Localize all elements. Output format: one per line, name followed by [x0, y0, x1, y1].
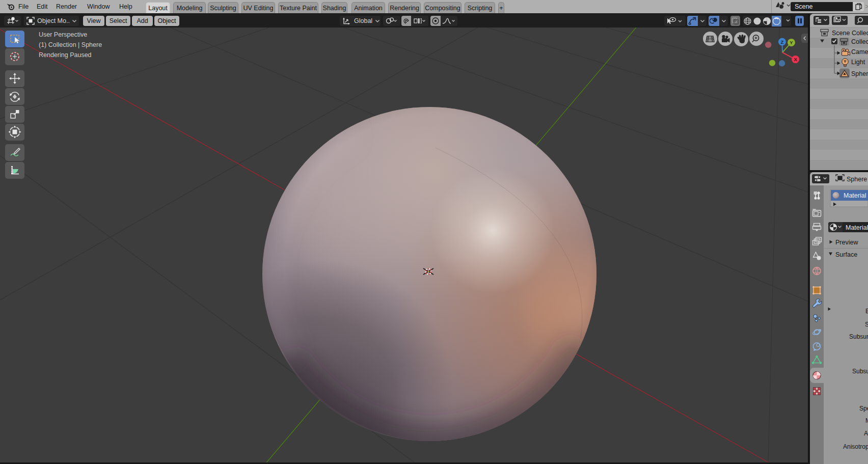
svg-text:Sphere: Sphere: [847, 176, 867, 183]
svg-text:Subsurface: Subsurface: [849, 333, 868, 340]
svg-text:Camera: Camera: [851, 48, 868, 56]
svg-text:Specular: Specular: [859, 405, 868, 412]
svg-text:Sphere: Sphere: [851, 70, 868, 77]
svg-text:Material: Material: [846, 224, 868, 231]
svg-text:X: X: [794, 57, 797, 62]
svg-text:Subsurfac: Subsurfac: [852, 368, 868, 375]
svg-text:Light: Light: [851, 59, 865, 66]
svg-text:Y: Y: [790, 40, 793, 45]
svg-text:M: M: [865, 417, 868, 424]
svg-text:Surface: Surface: [835, 251, 857, 258]
svg-text:Collection: Collection: [851, 38, 868, 45]
svg-text:Preview: Preview: [835, 239, 858, 246]
svg-text:S: S: [865, 321, 868, 328]
svg-text:Scene Collection: Scene Collection: [832, 30, 868, 37]
svg-text:Material: Material: [844, 192, 866, 199]
svg-text:Anisotropic: Anisotropic: [843, 443, 868, 450]
svg-text:A: A: [864, 430, 868, 437]
svg-text:B: B: [865, 308, 868, 315]
svg-text:Z: Z: [780, 39, 783, 45]
